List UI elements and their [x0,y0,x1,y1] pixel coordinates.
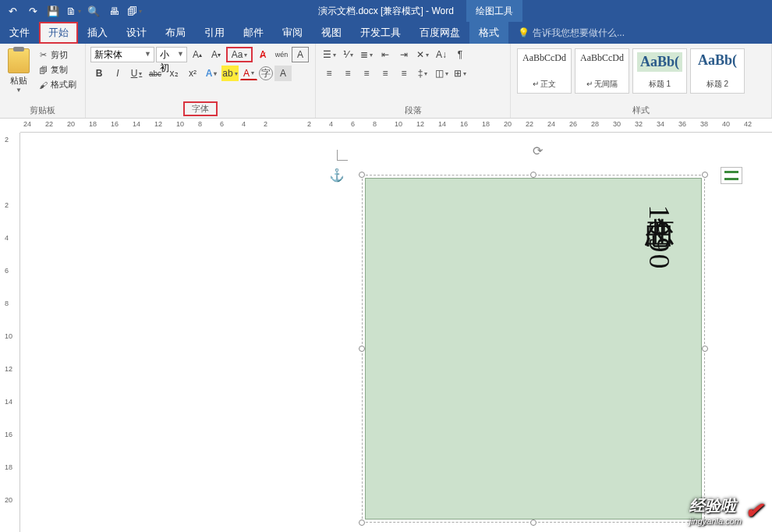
sort-button[interactable]: A↓ [433,47,450,62]
shape-text[interactable]: 恋曲 1990 [639,193,679,271]
layout-options-button[interactable] [721,167,742,184]
shading-button[interactable]: ◫ [433,66,450,81]
checkmark-icon: ✔ [745,498,763,523]
numbering-button[interactable]: ⅟ [339,47,356,62]
group-label-clipboard: 剪贴板 [0,105,85,116]
copy-button[interactable]: 🗐复制 [36,63,78,76]
show-marks-button[interactable]: ¶ [452,47,469,62]
line-spacing-button[interactable]: ‡ [414,66,431,81]
align-center-button[interactable]: ≡ [339,66,356,81]
style-no-spacing[interactable]: AaBbCcDd ↵ 无间隔 [575,48,629,94]
anchor-icon[interactable]: ⚓ [329,168,345,183]
font-size-select[interactable]: 小初▼ [156,47,187,62]
increase-indent-button[interactable]: ⇥ [395,47,413,62]
margin-marker [337,150,348,161]
selected-shape[interactable]: 恋曲 1990 [359,172,708,526]
tab-home[interactable]: 开始 [39,22,78,44]
resize-handle-l[interactable] [359,346,365,352]
rotate-handle-icon[interactable]: ⟳ [533,144,547,158]
phonetic-guide-button[interactable]: wén [273,47,290,62]
bold-button[interactable]: B [90,66,108,81]
tab-file[interactable]: 文件 [0,22,39,44]
vertical-ruler[interactable]: 22468101214161820 [0,133,20,532]
style-normal[interactable]: AaBbCcDd ↵ 正文 [517,48,572,94]
tab-baidu[interactable]: 百度网盘 [410,22,469,44]
tab-format[interactable]: 格式 [469,22,508,44]
watermark-main: 经验啦 [689,497,736,514]
grow-font-button[interactable]: A▴ [189,47,206,62]
align-right-button[interactable]: ≡ [358,66,375,81]
underline-button[interactable]: U [128,66,145,81]
print-icon[interactable]: 🖶 [108,5,120,17]
clear-formatting-button[interactable]: A̷ [254,47,271,62]
group-paragraph: ☰ ⅟ ≣ ⇤ ⇥ ✕ A↓ ¶ ≡ ≡ ≡ ≡ ≡ ‡ ◫ ⊞ 段落 [316,44,511,118]
resize-handle-tr[interactable] [702,172,708,178]
distributed-button[interactable]: ≡ [395,66,413,81]
superscript-button[interactable]: x² [184,66,201,81]
tell-me-search[interactable]: 💡 告诉我您想要做什么... [508,22,625,44]
text-box-shape[interactable]: 恋曲 1990 [365,178,702,520]
change-case-button[interactable]: Aa [226,47,253,62]
preview-icon[interactable]: 🔍 [87,5,100,17]
resize-handle-b[interactable] [530,520,537,526]
quick-access-toolbar: ↶ ↷ 💾 🗎 🔍 🖶 🗐 [0,5,147,17]
tab-references[interactable]: 引用 [195,22,234,44]
decrease-indent-button[interactable]: ⇤ [377,47,394,62]
tab-view[interactable]: 视图 [312,22,351,44]
page: ⚓ ⟳ 恋曲 1990 [98,133,722,532]
shrink-font-button[interactable]: A▾ [207,47,225,62]
ribbon-tabs: 文件 开始 插入 设计 布局 引用 邮件 审阅 视图 开发工具 百度网盘 格式 … [0,22,772,44]
ribbon: 粘贴 ▼ ✂剪切 🗐复制 🖌格式刷 剪贴板 新宋体▼ 小初▼ A▴ A▾ Aa … [0,44,772,119]
format-painter-button[interactable]: 🖌格式刷 [36,78,78,91]
multilevel-button[interactable]: ≣ [358,47,375,62]
italic-button[interactable]: I [109,66,126,81]
char-border-button[interactable]: A [292,47,309,62]
scissors-icon: ✂ [37,50,48,61]
resize-handle-t[interactable] [530,172,537,178]
redo-icon[interactable]: ↷ [27,5,39,17]
horizontal-ruler[interactable]: 2422201816141210864224681012141618202224… [20,119,772,133]
paste-icon [8,48,30,73]
watermark: 经验啦 jingyanla.com ✔ [689,495,763,526]
group-label-paragraph: 段落 [316,105,510,116]
window-title: 演示文档.docx [兼容模式] - Word [318,5,454,18]
style-heading1[interactable]: AaBb( 标题 1 [632,48,687,94]
undo-icon[interactable]: ↶ [6,5,19,17]
resize-handle-tl[interactable] [359,172,365,178]
justify-button[interactable]: ≡ [377,66,394,81]
cut-button[interactable]: ✂剪切 [36,48,78,62]
text-effects-button[interactable]: A [203,66,220,81]
tab-mailings[interactable]: 邮件 [234,22,273,44]
style-heading2[interactable]: AaBb( 标题 2 [690,48,745,94]
document-area[interactable]: ⚓ ⟳ 恋曲 1990 [20,133,772,532]
paste-button[interactable]: 粘贴 ▼ [3,45,34,94]
save-as-icon[interactable]: 🗎 [67,5,80,17]
char-shading-button[interactable]: A [274,66,292,81]
bulb-icon: 💡 [518,27,529,38]
group-font: 新宋体▼ 小初▼ A▴ A▾ Aa A̷ wén A B I U abc x₂ … [86,44,316,118]
save-icon[interactable]: 💾 [47,5,59,17]
font-family-select[interactable]: 新宋体▼ [90,47,154,62]
enclose-char-button[interactable]: 字 [259,66,273,80]
tab-developer[interactable]: 开发工具 [351,22,410,44]
title-bar: ↶ ↷ 💾 🗎 🔍 🖶 🗐 演示文档.docx [兼容模式] - Word 绘图… [0,0,772,22]
paste-label: 粘贴 [10,75,27,87]
font-color-button[interactable]: A [240,66,257,80]
tab-layout[interactable]: 布局 [156,22,195,44]
tab-review[interactable]: 审阅 [273,22,312,44]
tab-insert[interactable]: 插入 [78,22,117,44]
group-clipboard: 粘贴 ▼ ✂剪切 🗐复制 🖌格式刷 剪贴板 [0,44,86,118]
align-left-button[interactable]: ≡ [320,66,338,81]
tab-design[interactable]: 设计 [117,22,156,44]
watermark-sub: jingyanla.com [689,516,742,526]
highlight-button[interactable]: ab [221,66,239,81]
asian-layout-button[interactable]: ✕ [414,47,431,62]
copy-icon: 🗐 [37,65,48,76]
resize-handle-r[interactable] [702,346,708,352]
group-label-styles: 样式 [511,105,771,116]
resize-handle-bl[interactable] [359,520,365,526]
bullets-button[interactable]: ☰ [320,47,338,62]
borders-button[interactable]: ⊞ [452,66,469,81]
group-label-font: 字体 [183,101,218,116]
more-qat-icon[interactable]: 🗐 [128,5,140,17]
